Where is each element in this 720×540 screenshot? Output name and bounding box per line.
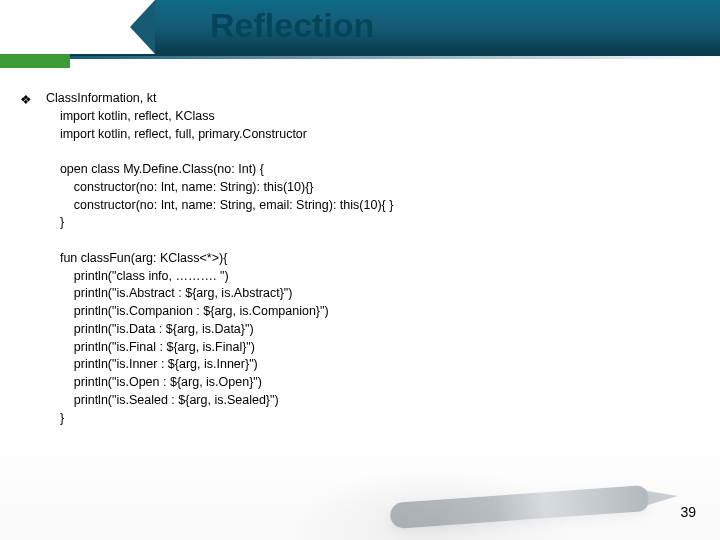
code-block: ClassInformation, kt import kotlin, refl… <box>46 90 393 427</box>
ctor-line: constructor(no: Int, name: String, email… <box>74 198 394 212</box>
fun-body-line: println("is.Inner : ${arg, is.Inner}") <box>74 357 258 371</box>
fun-body-line: println("class info, ………. ") <box>74 269 229 283</box>
fun-body-line: println("is.Sealed : ${arg, is.Sealed}") <box>74 393 279 407</box>
slide-header: Reflection <box>0 0 720 66</box>
bullet-item: ❖ ClassInformation, kt import kotlin, re… <box>20 90 700 427</box>
file-label: ClassInformation, kt <box>46 91 156 105</box>
slide-body: ❖ ClassInformation, kt import kotlin, re… <box>20 90 700 427</box>
bullet-icon: ❖ <box>20 91 32 109</box>
fun-close: } <box>60 411 64 425</box>
fun-body-line: println("is.Companion : ${arg, is.Compan… <box>74 304 329 318</box>
import-line: import kotlin, reflect, full, primary.Co… <box>60 127 307 141</box>
fun-open: fun classFun(arg: KClass<*>){ <box>60 251 227 265</box>
page-number: 39 <box>680 504 696 520</box>
slide-title: Reflection <box>210 6 374 45</box>
class-open: open class My.Define.Class(no: Int) { <box>60 162 264 176</box>
class-close: } <box>60 215 64 229</box>
fun-body-line: println("is.Abstract : ${arg, is.Abstrac… <box>74 286 293 300</box>
fun-body-line: println("is.Final : ${arg, is.Final}") <box>74 340 255 354</box>
blue-accent-fade <box>70 56 720 59</box>
fun-body-line: println("is.Open : ${arg, is.Open}") <box>74 375 262 389</box>
green-accent <box>0 54 70 68</box>
fun-body-line: println("is.Data : ${arg, is.Data}") <box>74 322 254 336</box>
import-line: import kotlin, reflect, KClass <box>60 109 215 123</box>
ctor-line: constructor(no: Int, name: String): this… <box>74 180 314 194</box>
